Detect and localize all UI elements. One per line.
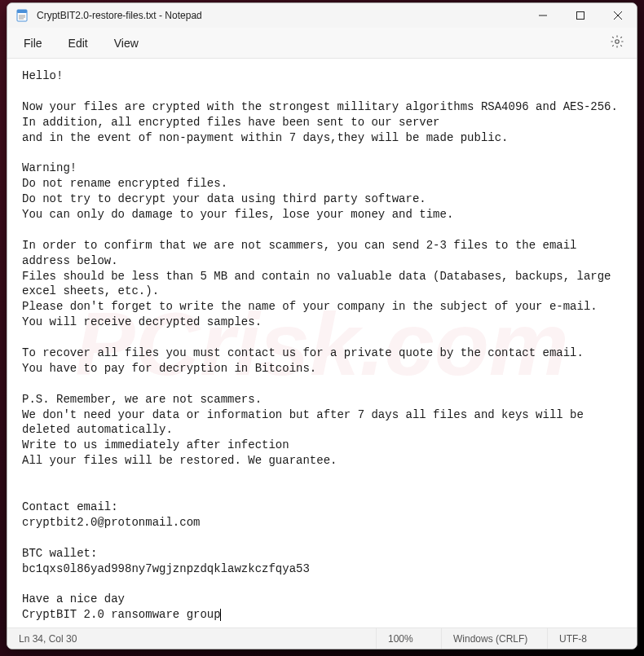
svg-rect-6 [577, 12, 584, 20]
menu-edit[interactable]: Edit [59, 32, 98, 55]
notepad-window: CryptBIT2.0-restore-files.txt - Notepad … [7, 2, 637, 649]
status-encoding[interactable]: UTF-8 [547, 628, 637, 649]
minimize-button[interactable] [524, 3, 562, 28]
svg-rect-1 [17, 10, 27, 13]
titlebar: CryptBIT2.0-restore-files.txt - Notepad [7, 3, 637, 28]
menu-file[interactable]: File [14, 32, 52, 55]
maximize-button[interactable] [562, 3, 599, 28]
menu-view[interactable]: View [104, 32, 148, 55]
svg-point-9 [615, 39, 620, 43]
menubar: File Edit View [7, 28, 637, 59]
statusbar: Ln 34, Col 30 100% Windows (CRLF) UTF-8 [7, 627, 637, 649]
window-controls [524, 3, 637, 28]
status-line-ending[interactable]: Windows (CRLF) [441, 628, 547, 649]
settings-button[interactable] [604, 30, 630, 56]
text-caret [220, 609, 221, 621]
document-content: Hello! Now your files are crypted with t… [22, 68, 622, 623]
text-editor[interactable]: PCrisk.com Hello! Now your files are cry… [7, 59, 637, 627]
status-cursor-position[interactable]: Ln 34, Col 30 [7, 628, 88, 649]
gear-icon [610, 34, 624, 52]
close-button[interactable] [599, 3, 637, 28]
notepad-icon [15, 9, 29, 22]
status-zoom[interactable]: 100% [376, 628, 441, 649]
window-title: CryptBIT2.0-restore-files.txt - Notepad [37, 10, 524, 21]
